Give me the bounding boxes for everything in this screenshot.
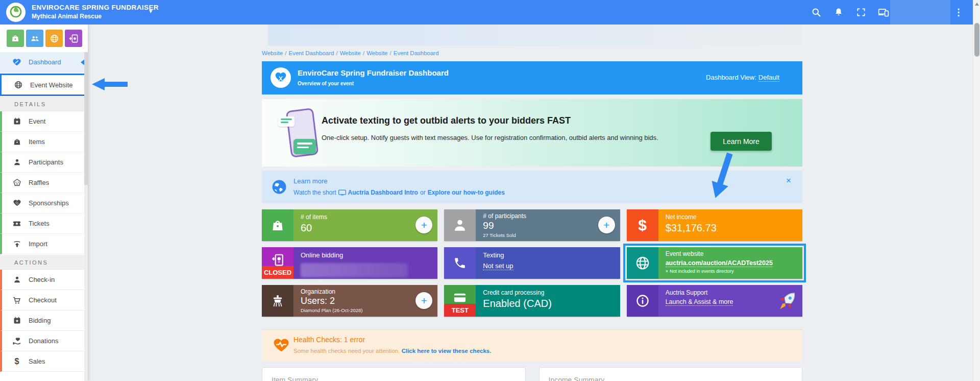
sidebar-item-bidding[interactable]: Bidding <box>0 311 88 331</box>
event-website-url-link[interactable]: auctria.com/auction/ACADTest2025 <box>666 259 773 267</box>
dollar-icon: $ <box>12 357 21 366</box>
sidebar-item-raffles[interactable]: Raffles <box>0 173 88 193</box>
credit-card-icon <box>453 291 467 305</box>
item-summary-card: Item Summary <box>262 367 526 381</box>
how-to-guides-link[interactable]: Explore our how-to guides <box>428 189 505 196</box>
tile-icon-panel: CLOSED <box>262 247 293 279</box>
breadcrumb-link[interactable]: Website <box>262 50 283 56</box>
info-icon <box>635 294 650 308</box>
devices-icon[interactable] <box>878 7 889 18</box>
health-checks-message: Some health checks need your attention. … <box>293 348 491 354</box>
notifications-bell-icon[interactable] <box>833 7 844 18</box>
quick-website-button[interactable] <box>45 30 63 47</box>
breadcrumb-separator: / <box>285 50 286 56</box>
breadcrumb-link[interactable]: Event Dashboard <box>394 50 439 56</box>
sidebar-section-details: DETAILS <box>0 97 88 111</box>
sidebar-item-checkout[interactable]: Checkout <box>0 290 88 311</box>
sidebar-item-check-in[interactable]: Check-in <box>0 270 88 290</box>
tile-label: Organization <box>301 288 431 295</box>
org-logo[interactable] <box>6 3 26 22</box>
item-summary-title: Item Summary <box>272 376 318 381</box>
person-icon <box>452 218 468 233</box>
main-content: Website/Event Dashboard/Website/Website/… <box>88 25 973 381</box>
event-switcher-caret[interactable]: ▾ <box>149 7 153 15</box>
sidebar-item-dashboard[interactable]: Dashboard <box>0 52 88 73</box>
event-name: ENVIROCARE SPRING FUNDRAISER <box>32 4 159 11</box>
status-badge: CLOSED <box>262 266 293 279</box>
tile-credit-card-processing[interactable]: TEST Credit card processing Enabled (CAD… <box>444 285 620 317</box>
close-icon[interactable]: × <box>786 176 791 186</box>
sidebar-item-import[interactable]: Import <box>0 234 88 254</box>
header-actions: ⋮ <box>811 0 971 25</box>
sidebar-item-event-website[interactable]: Event Website <box>2 75 86 94</box>
tile-net-income[interactable]: $ Net income $31,176.73 <box>627 209 802 241</box>
scrollbar-up-arrow-icon[interactable] <box>975 3 979 6</box>
dashboard-heart-icon <box>12 58 21 67</box>
person-icon <box>12 275 21 284</box>
sidebar-item-participants[interactable]: Participants <box>0 152 88 173</box>
sidebar-item-label: Items <box>29 138 45 146</box>
sidebar-item-tickets[interactable]: Tickets <box>0 213 88 234</box>
test-mode-badge: TEST <box>444 304 476 317</box>
learn-more-button[interactable]: Learn More <box>710 132 772 151</box>
tile-value: 99 <box>483 220 614 231</box>
income-summary-card: Income Summary <box>539 367 803 381</box>
breadcrumb-link[interactable]: Event Dashboard <box>289 50 334 56</box>
cross-icon: × <box>666 269 668 274</box>
tile-icon-panel <box>627 285 658 317</box>
sidebar-item-donations[interactable]: Donations <box>0 331 88 351</box>
tile-auctria-support[interactable]: Auctria Support Launch & Assist & more <box>627 285 802 317</box>
tile-number-of-participants[interactable]: # of participants 99 27 Tickets Sold + <box>444 209 620 241</box>
org-name: Mythical Animal Rescue <box>32 13 159 20</box>
search-icon[interactable] <box>811 7 822 18</box>
support-launch-link[interactable]: Launch & Assist & more <box>666 298 733 306</box>
breadcrumb-link[interactable]: Website <box>340 50 361 56</box>
sidebar-scrollbar-thumb[interactable] <box>84 52 88 185</box>
ticket-icon <box>12 219 21 228</box>
dashboard-view-value[interactable]: Default <box>758 74 779 82</box>
sidebar-item-label: Sales <box>29 358 45 365</box>
sidebar-item-sponsorships[interactable]: Sponsorships <box>0 193 88 213</box>
exit-setup-icon <box>69 34 79 43</box>
top-wash-strip <box>268 25 802 46</box>
auction-podium-icon <box>271 294 285 308</box>
tile-online-bidding[interactable]: CLOSED Online bidding <box>262 247 437 279</box>
add-participant-button[interactable]: + <box>598 217 615 233</box>
tile-icon-panel <box>262 209 293 241</box>
sidebar-item-event[interactable]: Event <box>0 111 88 132</box>
tile-organization[interactable]: Organization Users: 2 Diamond Plan (26-O… <box>262 285 437 317</box>
stat-tiles-grid: # of items 60 + # of participants 99 27 … <box>262 209 802 317</box>
rocket-icon <box>774 288 800 317</box>
breadcrumb-link[interactable]: Website <box>366 50 387 56</box>
sidebar-item-label: Sponsorships <box>29 199 69 207</box>
sidebar-item-items[interactable]: Items <box>0 132 88 152</box>
overflow-menu-icon[interactable]: ⋮ <box>953 7 964 18</box>
tile-icon-panel <box>262 285 293 317</box>
fullscreen-icon[interactable] <box>855 7 867 18</box>
learn-more-conjunction: or <box>420 189 426 196</box>
scrollbar-thumb[interactable] <box>974 23 979 57</box>
header-titles: ENVIROCARE SPRING FUNDRAISER Mythical An… <box>32 4 159 20</box>
globe-icon <box>271 178 288 198</box>
texting-status-link[interactable]: Not set up <box>483 262 513 270</box>
quick-launch-button[interactable] <box>65 30 82 47</box>
dashboard-intro-link[interactable]: Auctria Dashboard Intro <box>348 189 418 196</box>
tile-number-of-items[interactable]: # of items 60 + <box>262 209 437 241</box>
tile-value: $31,176.73 <box>666 222 796 234</box>
page-scrollbar[interactable] <box>973 0 980 381</box>
tile-note: × Not included in events directory <box>666 269 796 274</box>
view-checks-link[interactable]: Click here to view these checks. <box>402 348 492 354</box>
tile-event-website[interactable]: Event website auctria.com/auction/ACADTe… <box>627 247 802 279</box>
dashboard-view-selector: Dashboard View:Default <box>706 74 779 81</box>
quick-participants-button[interactable] <box>26 30 43 47</box>
quick-items-button[interactable] <box>7 30 24 47</box>
breadcrumb-separator: / <box>336 50 337 56</box>
page-subtitle: Overview of your event <box>298 81 354 86</box>
calendar-star-icon <box>12 117 21 126</box>
sidebar-scrollbar[interactable] <box>84 52 88 381</box>
people-icon <box>30 34 40 43</box>
tile-label: # of items <box>301 213 431 221</box>
tile-icon-panel <box>444 247 476 279</box>
sidebar-item-sales[interactable]: $ Sales <box>0 351 88 372</box>
tile-texting[interactable]: Texting Not set up <box>444 247 620 279</box>
